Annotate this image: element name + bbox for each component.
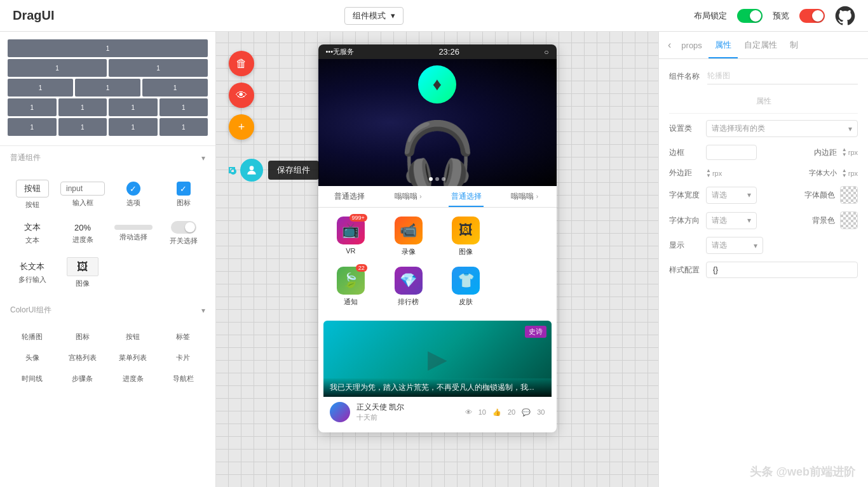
toggle-label: 开关选择: [170, 236, 198, 246]
grid-cell[interactable]: 1: [142, 79, 208, 97]
fontdir-select[interactable]: 请选 ▾: [706, 212, 757, 229]
phone-carousel: 🎧 ♦: [318, 59, 557, 186]
component-item-toggle[interactable]: 开关选择: [159, 216, 208, 251]
image-preview: 🖼: [67, 257, 98, 276]
carousel-dot-2: [435, 177, 439, 181]
section-colorui[interactable]: ColorUI组件 ▾: [0, 298, 215, 322]
user-avatar[interactable]: [240, 159, 263, 182]
component-name-value[interactable]: 轮播图: [707, 68, 858, 84]
save-tooltip: 保存组件: [268, 161, 319, 180]
colorui-item-navbar[interactable]: 导航栏: [159, 369, 208, 389]
nav-tab-4[interactable]: 嗡嗡嗡 ›: [496, 186, 554, 207]
nav-tab-1[interactable]: 普通选择: [321, 186, 379, 207]
video-author-avatar: [330, 402, 350, 422]
tabs-back-arrow[interactable]: ‹: [664, 39, 675, 51]
notify-icon-box: 🍃 22: [337, 267, 365, 295]
grid-cell[interactable]: 1: [8, 98, 57, 116]
colorui-item-button[interactable]: 按钮: [109, 327, 158, 347]
colorui-item-steps[interactable]: 步骤条: [58, 369, 107, 389]
layout-lock-label: 布局锁定: [694, 10, 727, 22]
component-item-input[interactable]: input 输入框: [58, 175, 107, 215]
colorui-item-tag[interactable]: 标签: [159, 327, 208, 347]
display-select[interactable]: 请选 ▾: [706, 237, 763, 254]
icon-item-vr[interactable]: 📺 999+ VR: [323, 213, 379, 260]
grid-cell[interactable]: 1: [109, 118, 158, 136]
grid-cell[interactable]: 1: [109, 59, 208, 77]
layout-lock-toggle[interactable]: [737, 9, 763, 23]
right-panel: ‹ props 属性 自定属性 制 组件名称 轮播图 属性 设置类 请选择现有的…: [658, 32, 868, 487]
icon-item-skin[interactable]: 👕 皮肤: [438, 263, 494, 310]
padding-spinners: ▲ ▼: [842, 147, 847, 157]
fontcolor-swatch[interactable]: [840, 186, 858, 204]
grid-cell[interactable]: 1: [159, 98, 208, 116]
fontsize-unit: rpx: [848, 170, 858, 177]
preview-toggle[interactable]: [799, 9, 825, 23]
component-item-icon[interactable]: 图标: [159, 175, 208, 215]
component-item-progress[interactable]: 20% 进度条: [58, 216, 107, 251]
notify-label: 通知: [344, 297, 358, 307]
grid-cell[interactable]: 1: [58, 98, 107, 116]
colorui-item-menu[interactable]: 菜单列表: [109, 348, 158, 368]
icon-label: 图标: [177, 198, 191, 208]
border-input[interactable]: [706, 145, 757, 160]
colorui-item-timeline[interactable]: 时间线: [8, 369, 57, 389]
colorui-item-grid[interactable]: 宫格列表: [58, 348, 107, 368]
nav-tab-2[interactable]: 嗡嗡嗡 ›: [379, 186, 437, 207]
padding-down-icon[interactable]: ▼: [842, 152, 847, 157]
grid-cell[interactable]: 1: [159, 118, 208, 136]
section-normal-components[interactable]: 普通组件 ▾: [0, 146, 215, 170]
skin-icon-box: 👕: [452, 267, 480, 295]
icon-item-notify[interactable]: 🍃 22 通知: [323, 263, 379, 310]
header-right: 布局锁定 预览: [694, 6, 855, 26]
tab-props[interactable]: props: [675, 33, 709, 58]
icon-item-rank[interactable]: 💎 排行榜: [381, 263, 436, 310]
fontdir-label: 字体方向: [669, 215, 701, 226]
set-class-chevron-icon: ▾: [848, 124, 852, 133]
button-preview: 按钮: [16, 180, 49, 197]
display-row: 显示 请选 ▾: [669, 237, 858, 254]
grid-cell[interactable]: 1: [8, 79, 73, 97]
github-icon[interactable]: [835, 6, 855, 26]
component-item-image[interactable]: 🖼 图像: [58, 252, 107, 293]
mode-select[interactable]: 组件模式 ▾: [344, 7, 403, 25]
add-button[interactable]: +: [229, 114, 254, 140]
bgcolor-label: 背景色: [810, 215, 835, 226]
grid-cell[interactable]: 1: [8, 118, 57, 136]
icon-item-img[interactable]: 🖼 图像: [438, 213, 494, 260]
grid-cell[interactable]: 1: [75, 79, 140, 97]
component-item-checkbox[interactable]: 选项: [109, 175, 158, 215]
margin-down-icon[interactable]: ▼: [706, 173, 711, 178]
colorui-item-carousel[interactable]: 轮播图: [8, 327, 57, 347]
delete-button[interactable]: 🗑: [229, 51, 254, 76]
grid-row-1: 1: [8, 39, 208, 57]
set-class-select[interactable]: 请选择现有的类 ▾: [706, 120, 858, 137]
icon-item-rec[interactable]: 📹 录像: [381, 213, 436, 260]
tab-custom[interactable]: 自定属性: [738, 32, 783, 58]
tab-properties[interactable]: 属性: [709, 32, 738, 58]
grid-cell[interactable]: 1: [58, 118, 107, 136]
progress-preview: 20%: [74, 223, 91, 232]
component-item-text[interactable]: 文本 文本: [8, 216, 57, 251]
colorui-item-card[interactable]: 卡片: [159, 348, 208, 368]
colorui-item-icon[interactable]: 图标: [58, 327, 107, 347]
fontsize-spinners: ▲ ▼: [842, 168, 847, 178]
bgcolor-swatch[interactable]: [840, 211, 858, 229]
component-item-button[interactable]: 按钮 按钮: [8, 175, 57, 215]
nav-tab-3[interactable]: 普通选择: [437, 186, 496, 207]
component-item-slider[interactable]: 滑动选择: [109, 216, 158, 251]
grid-cell[interactable]: 1: [109, 98, 158, 116]
textarea-label: 多行输入: [18, 275, 46, 284]
fontsize-down-icon[interactable]: ▼: [842, 173, 847, 178]
component-item-textarea[interactable]: 长文本 多行输入: [8, 252, 57, 293]
grid-cell[interactable]: 1: [8, 59, 107, 77]
likes-count: 20: [508, 408, 515, 416]
grid-cell[interactable]: 1: [8, 39, 208, 57]
grid-row-3: 1 1 1: [8, 79, 208, 97]
tab-other[interactable]: 制: [783, 32, 804, 58]
style-config-input[interactable]: {}: [706, 262, 858, 278]
colorui-item-avatar[interactable]: 头像: [8, 348, 57, 368]
eye-button[interactable]: 👁: [229, 83, 254, 108]
colorui-item-progress[interactable]: 进度条: [109, 369, 158, 389]
fontweight-select[interactable]: 请选 ▾: [706, 187, 757, 204]
margin-spinners: ▲ ▼: [706, 168, 711, 178]
